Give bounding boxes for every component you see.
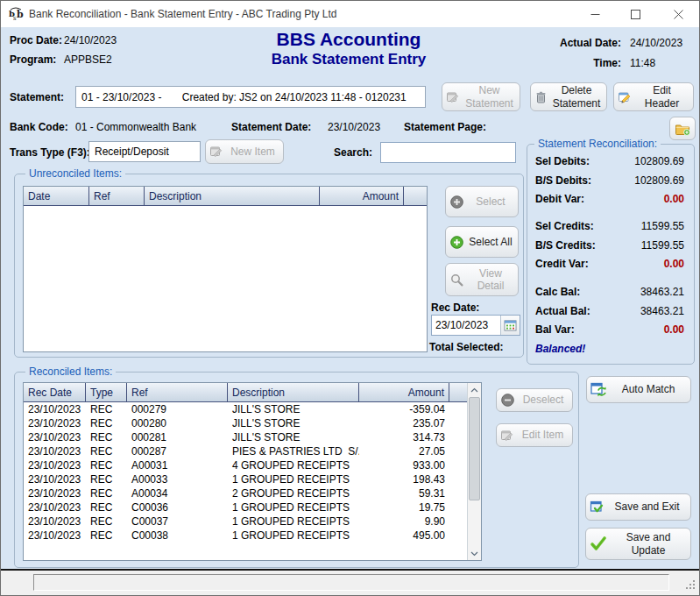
maximize-icon — [631, 10, 640, 19]
table-row[interactable]: 23/10/2023RECA000342 GROUPED RECEIPTS59.… — [24, 486, 467, 500]
table-row[interactable]: 23/10/2023REC000281JILL'S STORE314.73 — [24, 430, 467, 444]
proc-date-label: Proc Date: — [10, 34, 62, 46]
circle-plus-icon — [449, 195, 464, 209]
recon-row: Calc Bal:38463.21 — [527, 286, 694, 300]
deselect-label: Deselect — [518, 394, 569, 406]
scrollbar-thumb[interactable] — [469, 397, 480, 500]
new-folder-button[interactable] — [669, 117, 696, 140]
auto-match-button[interactable]: Auto Match — [586, 376, 691, 403]
new-item-icon — [209, 145, 223, 159]
search-input[interactable] — [381, 143, 515, 162]
reconciled-legend: Reconciled Items: — [25, 365, 116, 378]
statement-reconciliation-legend: Statement Reconciliation: — [534, 138, 661, 150]
minimize-button[interactable] — [575, 1, 615, 27]
program-value: APPBSE2 — [64, 53, 112, 66]
recon-row-variance: Bal Var:0.00 — [527, 323, 694, 337]
recon-row: B/S Debits:102809.69 — [527, 174, 694, 188]
edit-header-button[interactable]: Edit Header — [613, 82, 694, 111]
resize-grip[interactable] — [686, 580, 696, 591]
statement-combobox[interactable]: 01 - 23/10/2023 - Created by: JS2 on 24/… — [75, 86, 426, 108]
reconciled-table: Rec Date Type Ref Description Amount 23/… — [23, 382, 482, 561]
column-header: Rec Date — [24, 383, 86, 401]
select-all-button[interactable]: Select All — [445, 226, 519, 258]
table-row[interactable]: 23/10/2023RECC000381 GROUPED RECEIPTS495… — [24, 529, 467, 543]
column-header: Amount — [320, 187, 404, 205]
statement-date-label: Statement Date: — [231, 121, 311, 133]
folder-plus-icon — [675, 122, 691, 136]
trans-type-label: Trans Type (F3): — [10, 146, 90, 159]
recon-row: Sel Credits:11599.55 — [527, 220, 694, 234]
app-title: BBS Accounting — [209, 29, 489, 50]
scroll-up-icon[interactable] — [468, 383, 481, 396]
statement-page-label: Statement Page: — [404, 121, 486, 133]
close-icon — [674, 10, 683, 19]
view-detail-label: View Detail — [467, 267, 514, 293]
new-statement-button[interactable]: New Statement — [442, 82, 520, 111]
close-button[interactable] — [656, 1, 700, 27]
rec-date-input[interactable] — [432, 316, 500, 335]
new-item-button[interactable]: New Item — [205, 139, 284, 164]
unreconciled-legend: Unreconciled Items: — [25, 167, 125, 180]
column-header: Ref — [127, 383, 228, 401]
bank-code-label: Bank Code: — [10, 121, 68, 133]
maximize-button[interactable] — [615, 1, 655, 27]
select-button[interactable]: Select — [445, 186, 519, 217]
table-row[interactable]: 23/10/2023RECA000331 GROUPED RECEIPTS198… — [24, 472, 467, 486]
table-row[interactable]: 23/10/2023REC000279JILL'S STORE-359.04 — [24, 402, 467, 416]
calendar-button[interactable] — [500, 316, 520, 335]
new-statement-label: New Statement — [463, 84, 516, 110]
chevron-down-icon — [187, 147, 196, 157]
statement-label: Statement: — [10, 91, 64, 103]
total-selected-label: Total Selected: — [429, 341, 503, 353]
unreconciled-table: Date Ref Description Amount — [23, 186, 428, 352]
status-panel — [33, 574, 669, 591]
svg-text:b: b — [17, 9, 24, 20]
app-window: b s b Bank Reconciliation - Bank Stateme… — [0, 0, 700, 596]
delete-statement-button[interactable]: Delete Statement — [530, 82, 607, 111]
trans-type-combobox[interactable]: Receipt/Deposit — [88, 141, 201, 162]
rec-date-label: Rec Date: — [431, 302, 479, 314]
column-header: Amount — [359, 383, 449, 401]
reconciled-table-body: 23/10/2023REC000279JILL'S STORE-359.04 2… — [24, 402, 467, 543]
trans-type-value: Receipt/Deposit — [95, 145, 169, 158]
time-label: Time: — [544, 57, 621, 69]
edit-item-icon — [500, 429, 514, 443]
recon-row-variance: Credit Var:0.00 — [527, 258, 694, 272]
circle-plus-green-icon — [449, 235, 464, 250]
table-row[interactable]: 23/10/2023RECA000314 GROUPED RECEIPTS933… — [24, 458, 467, 472]
save-and-update-button[interactable]: Save and Update — [585, 528, 691, 560]
edit-item-label: Edit Item — [517, 429, 569, 441]
status-bar — [1, 571, 699, 595]
table-row[interactable]: 23/10/2023REC000280JILL'S STORE235.07 — [24, 416, 467, 430]
column-header-filler — [404, 187, 427, 205]
save-exit-icon — [590, 500, 605, 514]
app-icon: b s b — [8, 6, 24, 22]
column-header: Description — [145, 187, 320, 205]
auto-match-icon — [590, 382, 607, 397]
table-row[interactable]: 23/10/2023RECC000371 GROUPED RECEIPTS9.9… — [24, 514, 467, 529]
statement-combobox-value: 01 - 23/10/2023 - Created by: JS2 on 24/… — [81, 91, 407, 103]
deselect-button[interactable]: Deselect — [496, 388, 573, 412]
save-and-exit-button[interactable]: Save and Exit — [585, 493, 691, 521]
recon-row-variance: Debit Var:0.00 — [527, 193, 694, 207]
table-row[interactable]: 23/10/2023REC000287PIES & PASTRIES LTD S… — [24, 444, 467, 458]
bank-code-value: 01 - Commonwealth Bank — [75, 121, 196, 133]
client-area: Proc Date: 24/10/2023 Program: APPBSE2 B… — [1, 27, 699, 569]
search-field — [380, 142, 516, 163]
calendar-icon — [504, 319, 517, 331]
reconciled-group: Reconciled Items: Rec Date Type Ref Desc… — [14, 372, 579, 568]
proc-date-value: 24/10/2023 — [64, 34, 117, 46]
scroll-down-icon[interactable] — [468, 547, 481, 560]
program-label: Program: — [10, 53, 56, 66]
chevron-down-icon — [412, 93, 421, 103]
view-detail-button[interactable]: View Detail — [445, 263, 519, 296]
actual-date-value: 24/10/2023 — [630, 37, 682, 49]
trash-icon — [534, 90, 548, 104]
vertical-scrollbar[interactable] — [467, 383, 481, 560]
actual-date-label: Actual Date: — [544, 37, 621, 49]
new-statement-icon — [446, 90, 460, 104]
table-row[interactable]: 23/10/2023RECC000361 GROUPED RECEIPTS19.… — [24, 500, 467, 514]
rec-date-field — [431, 315, 520, 336]
minimize-icon — [590, 10, 600, 19]
edit-item-button[interactable]: Edit Item — [496, 423, 573, 447]
